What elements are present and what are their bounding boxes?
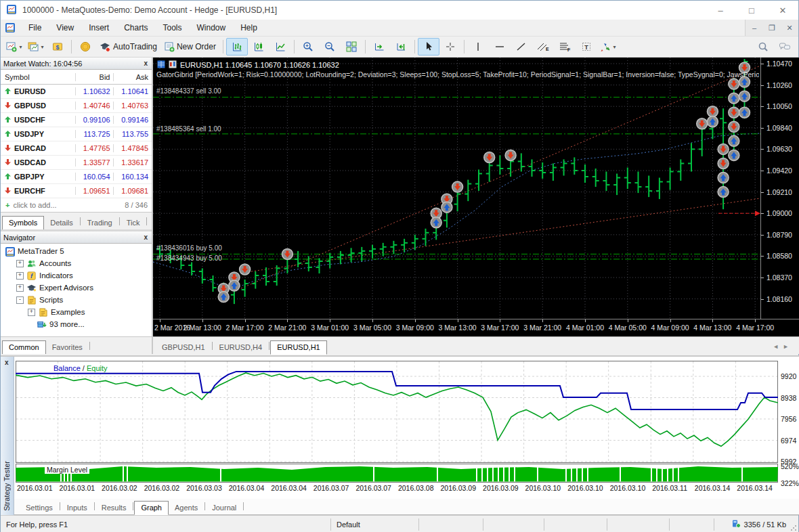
dom-icon[interactable]: [157, 60, 165, 70]
tab-favorites[interactable]: Favorites: [46, 341, 89, 354]
tree-item-expert-advisors[interactable]: +Expert Advisors: [1, 282, 152, 294]
tile-windows-button[interactable]: [341, 38, 362, 56]
tester-tab-results[interactable]: Results: [95, 502, 133, 514]
trend-line-button[interactable]: [511, 38, 532, 56]
chart-tabs-scroll-arrows[interactable]: ◄►: [769, 343, 797, 354]
expand-icon[interactable]: +: [16, 260, 24, 267]
search-button[interactable]: [752, 38, 774, 56]
menu-tools[interactable]: Tools: [156, 20, 190, 35]
dropdown-arrow-icon[interactable]: ▾: [41, 44, 43, 50]
new-chart-button[interactable]: ▾: [3, 38, 25, 56]
tab-trading[interactable]: Trading: [81, 217, 118, 229]
autotrading-button[interactable]: AutoTrading: [96, 38, 161, 56]
time-axis[interactable]: 2 Mar 20162 Mar 13:002 Mar 17:002 Mar 21…: [153, 319, 799, 336]
chart-tab-eurusd-h1[interactable]: EURUSD,H1: [270, 340, 327, 355]
zoom-in-button[interactable]: [297, 38, 319, 56]
resize-grip[interactable]: [790, 525, 797, 531]
menu-help[interactable]: Help: [233, 20, 265, 35]
cursor-button[interactable]: [418, 38, 439, 56]
symbol-row-eurchf[interactable]: EURCHF1.096511.09681: [1, 184, 152, 198]
vertical-line-button[interactable]: [467, 38, 489, 56]
tab-common[interactable]: Common: [2, 340, 46, 354]
symbol-row-usdchf[interactable]: USDCHF0.991060.99146: [1, 113, 152, 127]
menu-file[interactable]: File: [21, 20, 49, 35]
minimize-button[interactable]: –: [705, 1, 736, 20]
new-order-button[interactable]: New Order: [161, 38, 220, 56]
tab-details[interactable]: Details: [44, 217, 79, 229]
tree-item-examples[interactable]: +Examples: [1, 306, 152, 318]
column-header-symbol[interactable]: Symbol: [1, 73, 75, 81]
menu-window[interactable]: Window: [190, 20, 234, 35]
symbol-row-usdjpy[interactable]: USDJPY113.725113.755: [1, 127, 152, 141]
tester-tab-graph[interactable]: Graph: [134, 501, 169, 515]
menu-charts[interactable]: Charts: [116, 20, 155, 35]
chat-button[interactable]: [774, 38, 796, 56]
symbol-row-eurusd[interactable]: EURUSD1.106321.10641: [1, 85, 152, 99]
tester-tab-inputs[interactable]: Inputs: [61, 502, 93, 514]
arrows-tool-button[interactable]: ▾: [597, 38, 619, 56]
price-axis[interactable]: 1.104701.102601.100501.098401.096301.094…: [760, 58, 799, 319]
dropdown-arrow-icon[interactable]: ▾: [613, 44, 616, 50]
expand-icon[interactable]: +: [16, 284, 24, 292]
mdi-restore-button[interactable]: ❐: [763, 20, 781, 36]
tester-tab-settings[interactable]: Settings: [20, 502, 59, 514]
navigator-close-icon[interactable]: x: [142, 234, 149, 241]
close-button[interactable]: ✕: [767, 1, 798, 20]
fibonacci-button[interactable]: F: [554, 38, 576, 56]
cursor-icon: [423, 41, 434, 52]
column-header-bid[interactable]: Bid: [75, 73, 113, 81]
horizontal-line-button[interactable]: [489, 38, 511, 56]
chart-shift-button[interactable]: [390, 38, 412, 56]
app-logo-icon: [6, 4, 18, 16]
strategy-tester-close-icon[interactable]: x: [5, 359, 9, 366]
expand-icon[interactable]: +: [16, 272, 24, 280]
add-symbol-icon[interactable]: +: [5, 201, 9, 209]
tree-item-93-more-[interactable]: 93 more...: [1, 318, 152, 330]
mdi-close-button[interactable]: ✕: [781, 20, 798, 36]
menu-insert[interactable]: Insert: [81, 20, 116, 35]
market-watch-close-icon[interactable]: x: [142, 60, 149, 67]
tab-separator: [243, 502, 244, 510]
chart-symbol-icon[interactable]: [169, 60, 177, 70]
collapse-icon[interactable]: -: [16, 296, 24, 304]
equidistant-channel-button[interactable]: E: [532, 38, 554, 56]
chart-tab-eurusd-h4[interactable]: EURUSD,H4: [213, 341, 269, 354]
tree-item-indicators[interactable]: +fIndicators: [1, 269, 152, 282]
add-symbol-label[interactable]: click to add...: [13, 201, 56, 209]
symbol-row-usdcad[interactable]: USDCAD1.335771.33617: [1, 156, 152, 170]
column-header-ask[interactable]: Ask: [113, 73, 152, 81]
toolbar-separator: [414, 40, 415, 53]
tree-item-scripts[interactable]: -Scripts: [1, 294, 152, 306]
add-symbol-row[interactable]: +click to add...8 / 346: [1, 198, 152, 212]
expand-icon[interactable]: +: [28, 309, 35, 316]
tree-item-accounts[interactable]: +Accounts: [1, 257, 152, 269]
auto-scroll-button[interactable]: [368, 38, 390, 56]
maximize-button[interactable]: □: [736, 1, 767, 20]
price-chart[interactable]: 1.104701.102601.100501.098401.096301.094…: [153, 58, 799, 336]
price-chart-canvas[interactable]: [153, 58, 760, 319]
history-center-button[interactable]: [74, 38, 96, 56]
text-tool-button[interactable]: T: [576, 38, 597, 56]
tab-symbols[interactable]: Symbols: [2, 216, 44, 229]
status-profile[interactable]: Default: [331, 516, 418, 532]
bars-mode-button[interactable]: [226, 38, 248, 56]
strategy-tester-strip[interactable]: x Strategy Tester: [1, 357, 14, 515]
dropdown-arrow-icon[interactable]: ▾: [19, 44, 22, 50]
mdi-minimize-button[interactable]: –: [746, 20, 763, 36]
menu-view[interactable]: View: [49, 20, 81, 35]
tree-item-metatrader-5[interactable]: MetaTrader 5: [1, 245, 152, 257]
profiles-button[interactable]: ▾: [25, 38, 47, 56]
symbol-row-gbpjpy[interactable]: GBPJPY160.054160.134: [1, 170, 152, 184]
zoom-out-button[interactable]: [319, 38, 341, 56]
crosshair-button[interactable]: [439, 38, 461, 56]
tester-tab-agents[interactable]: Agents: [169, 502, 204, 514]
tester-tab-journal[interactable]: Journal: [206, 502, 242, 514]
chart-tab-gbpusd-h1[interactable]: GBPUSD,H1: [156, 341, 211, 354]
market-watch-toggle-button[interactable]: $: [47, 38, 68, 56]
symbol-row-gbpusd[interactable]: GBPUSD1.407461.40763: [1, 99, 152, 113]
symbol-row-eurcad[interactable]: EURCAD1.477651.47845: [1, 141, 152, 156]
candles-mode-button[interactable]: [248, 38, 269, 56]
tab-tick[interactable]: Tick: [121, 217, 146, 229]
line-mode-button[interactable]: [269, 38, 291, 56]
time-axis-label: 2 Mar 13:00: [183, 324, 221, 332]
